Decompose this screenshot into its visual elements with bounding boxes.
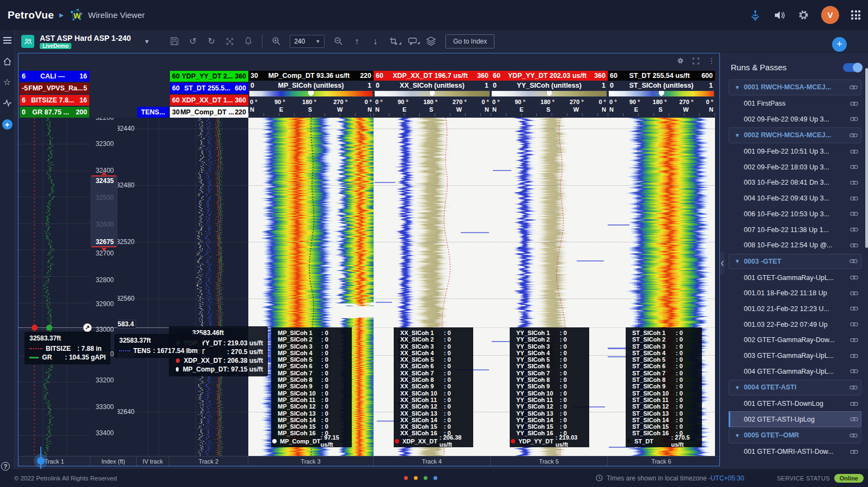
sound-icon[interactable] (774, 10, 786, 21)
link-icon[interactable] (850, 227, 858, 233)
colorbar-marker[interactable] (308, 91, 314, 96)
timezone-value[interactable]: UTC+05:30 (711, 474, 744, 482)
track2-plot[interactable] (169, 118, 248, 456)
run-pass-item[interactable]: ▼ 001 GTET-GammaRay-UpL... (729, 270, 861, 285)
run-pass-item[interactable]: ▼ 004 10-Feb-22 09:43 Up 3... (729, 191, 861, 206)
help-icon[interactable]: ? (1, 462, 10, 471)
user-avatar[interactable]: V (821, 6, 839, 24)
run-pass-item[interactable]: ▼ 0002 RWCH-MCSA-MCEJ... (729, 127, 861, 143)
colorbar[interactable] (491, 90, 607, 97)
link-icon[interactable] (850, 449, 858, 455)
run-pass-item[interactable]: ▼ 0001 RWCH-MCSA-MCEJ... (729, 80, 861, 95)
run-pass-item[interactable]: ▼ 006 10-Feb-22 10:53 Up 3... (729, 206, 861, 222)
panel-fullscreen-icon[interactable] (693, 58, 699, 64)
selection-tool-icon[interactable] (384, 37, 403, 46)
dt-scale-bar[interactable]: 30 MP_Comp_DT 93.36 us/ft 220 (248, 71, 374, 81)
autofit-icon[interactable] (221, 37, 239, 46)
go-to-index-button[interactable]: Go to Index (445, 34, 494, 48)
link-icon[interactable] (850, 116, 858, 122)
zoom-in-icon[interactable] (267, 36, 285, 46)
run-pass-item[interactable]: ▼ 002 09-Feb-22 09:49 Up 3... (729, 111, 861, 127)
curve-chip[interactable]: -5 FMP_VPVS_Ra... 5 (20, 83, 89, 94)
run-pass-item[interactable]: ▼ 002 GTET-GammaRay-Dow... (729, 332, 861, 348)
chevron-down-icon[interactable]: ▼ (735, 258, 740, 264)
document-title[interactable]: AST ASP Hard ASP 1-240 (40, 34, 131, 42)
redo-icon[interactable]: ↻ (202, 36, 221, 46)
depth-pin-icon[interactable] (83, 323, 92, 332)
run-pass-item[interactable]: ▼ 001 GTET-ASTI-DownLog (729, 396, 861, 412)
link-icon[interactable] (850, 401, 858, 407)
index-overview-column[interactable]: 3220032300324003243532500326003267532700… (90, 118, 118, 456)
curve-chip[interactable]: 30 MP_Comp_DT ... 220 (170, 107, 248, 118)
zoom-out-icon[interactable] (329, 36, 347, 46)
link-icon[interactable] (850, 337, 858, 343)
link-icon[interactable] (850, 416, 858, 422)
comment-tool-icon[interactable] (403, 37, 421, 45)
run-pass-item[interactable]: ▼ 003 10-Feb-22 08:41 Dn 3... (729, 175, 861, 191)
colorbar[interactable] (249, 90, 373, 97)
sidebar-scrollbar[interactable] (865, 68, 868, 248)
run-pass-item[interactable]: ▼ 0003 -GTET (729, 254, 861, 270)
run-pass-item[interactable]: ▼ 0005 GTET--OMR (729, 428, 861, 443)
run-pass-item[interactable]: ▼ 001.01 18-Feb-22 11:18 Up (729, 285, 861, 301)
add-panel-button[interactable]: + (832, 37, 847, 52)
track1-plot[interactable] (19, 118, 90, 456)
link-icon[interactable] (850, 290, 858, 296)
runs-passes-toggle[interactable] (843, 63, 863, 72)
run-pass-item[interactable]: ▼ 001.02 21-Feb-22 12:23 U... (729, 301, 861, 317)
dt-scale-bar[interactable]: 60 ST_DT 255.54 us/ft 600 (608, 71, 715, 81)
activity-pulse-icon[interactable] (3, 99, 12, 107)
colorbar-marker[interactable] (547, 91, 552, 96)
track4-waterfall[interactable]: XX_SICoh 1: 0XX_SICoh 2: 0XX_SICoh 3: 0X… (374, 118, 491, 456)
colorbar[interactable] (374, 90, 490, 97)
add-view-button[interactable]: + (2, 119, 13, 130)
undo-icon[interactable]: ↺ (184, 36, 202, 46)
link-icon[interactable] (850, 101, 858, 107)
depth-scale-select[interactable]: 240 ▼ (290, 35, 325, 48)
run-pass-item[interactable]: ▼ 001 GTET-OMRI-ASTI-Dow... (729, 444, 861, 460)
link-icon[interactable] (850, 211, 858, 217)
apps-grid-icon[interactable] (851, 10, 860, 20)
zoom-window-highlight[interactable] (90, 176, 118, 247)
document-dropdown-caret-icon[interactable]: ▼ (144, 38, 150, 45)
colorbar-marker[interactable] (659, 91, 664, 96)
menu-hamburger-icon[interactable] (3, 35, 11, 45)
run-pass-item[interactable]: ▼ 001 FirstPass (729, 96, 861, 112)
link-icon[interactable] (850, 275, 858, 281)
link-icon[interactable] (850, 353, 858, 359)
track5-waterfall[interactable]: YY_SICoh 1: 0YY_SICoh 2: 0YY_SICoh 3: 0Y… (491, 118, 608, 456)
run-pass-item[interactable]: ▼ 003 GTET-GammaRay-UpL... (729, 348, 861, 364)
chevron-down-icon[interactable]: ▼ (735, 84, 740, 90)
link-icon[interactable] (850, 196, 858, 202)
layers-icon[interactable] (421, 36, 440, 46)
chevron-down-icon[interactable]: ▼ (735, 433, 740, 439)
curve-chip[interactable]: 6 CALI — 16 (20, 71, 89, 82)
colorbar-marker[interactable] (430, 91, 435, 96)
iv-track-plot[interactable] (137, 118, 169, 456)
coherence-scale-bar[interactable]: 0 XX_SICoh (unitless) 1 (374, 81, 491, 90)
dt-scale-bar[interactable]: 60 YDP_YY_DT 202.03 us/ft 360 (491, 71, 608, 81)
coherence-scale-bar[interactable]: 0 ST_SICoh (unitless) 1 (608, 81, 715, 90)
panel-kebab-menu-icon[interactable]: ⋮ (708, 57, 715, 65)
panel-settings-gear-icon[interactable] (677, 57, 684, 64)
curve-chip[interactable]: 6 BITSIZE 7.8... 16 (20, 95, 89, 106)
link-icon[interactable] (849, 385, 858, 391)
link-icon[interactable] (850, 242, 858, 248)
chevron-down-icon[interactable]: ▼ (735, 385, 740, 391)
sidebar-collapse-handle[interactable]: ❮ (720, 252, 725, 275)
tracks-content-area[interactable]: 3220032300324003243532500326003267532700… (19, 118, 715, 456)
scroll-down-icon[interactable]: ↓ (366, 36, 384, 46)
run-pass-item[interactable]: ▼ 0004 GTET-ASTI (729, 380, 861, 395)
settings-gear-icon[interactable] (798, 9, 809, 21)
link-icon[interactable] (850, 321, 858, 327)
coherence-scale-bar[interactable]: 0 YY_SICoh (unitless) 1 (491, 81, 608, 90)
tens-curve-chip[interactable]: TENS... (137, 107, 169, 118)
link-icon[interactable] (850, 149, 858, 155)
chevron-down-icon[interactable]: ▼ (735, 132, 740, 138)
coherence-scale-bar[interactable]: 0 MP_SICoh (unitless) 1 (248, 81, 374, 90)
link-icon[interactable] (850, 368, 858, 374)
scroll-up-icon[interactable]: ↑ (347, 36, 366, 46)
curve-chip[interactable]: 60 YDP_YY_DT 2... 360 (170, 71, 248, 82)
run-pass-item[interactable]: ▼ 001.03 22-Feb-22 07:49 Up (729, 316, 861, 332)
run-pass-item[interactable]: ▼ 004 GTET-GammaRay-UpL... (729, 363, 861, 379)
